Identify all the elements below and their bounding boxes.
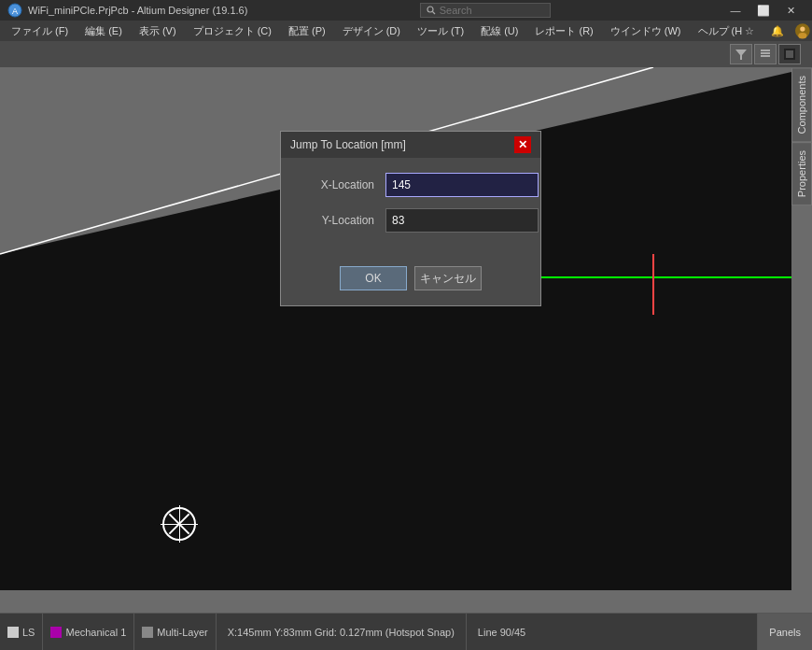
user-avatar bbox=[795, 20, 810, 42]
svg-rect-8 bbox=[761, 49, 770, 51]
side-tab-properties[interactable]: Properties bbox=[791, 142, 812, 205]
crosshair-v bbox=[179, 505, 180, 543]
svg-text:A: A bbox=[12, 7, 18, 16]
layer-multi-dot bbox=[142, 627, 153, 638]
dialog-titlebar: Jump To Location [mm] ✕ bbox=[281, 132, 540, 158]
layer-mech1-label: Mechanical 1 bbox=[65, 627, 126, 638]
layer-mechanical1[interactable]: Mechanical 1 bbox=[43, 614, 134, 650]
x-location-label: X-Location bbox=[300, 178, 374, 191]
titlebar: A WiFi_miniPCle.PrjPcb - Altium Designer… bbox=[0, 0, 812, 21]
menubar: ファイル (F) 編集 (E) 表示 (V) プロジェクト (C) 配置 (P)… bbox=[0, 21, 812, 41]
layer-multi-label: Multi-Layer bbox=[157, 627, 207, 638]
dialog-title: Jump To Location [mm] bbox=[290, 138, 406, 151]
svg-rect-10 bbox=[761, 55, 770, 57]
status-line-info: Line 90/45 bbox=[467, 614, 537, 650]
title-left: A WiFi_miniPCle.PrjPcb - Altium Designer… bbox=[7, 3, 247, 18]
mask-icon bbox=[783, 48, 796, 61]
y-location-label: Y-Location bbox=[300, 214, 374, 227]
menu-place[interactable]: 配置 (P) bbox=[281, 22, 333, 40]
app-title: WiFi_miniPCle.PrjPcb - Altium Designer (… bbox=[28, 5, 247, 16]
close-button[interactable]: ✕ bbox=[778, 0, 805, 21]
filter-button[interactable] bbox=[730, 44, 752, 64]
svg-point-2 bbox=[427, 7, 433, 12]
menu-project[interactable]: プロジェクト (C) bbox=[186, 22, 279, 40]
search-box[interactable] bbox=[420, 3, 551, 18]
menu-view[interactable]: 表示 (V) bbox=[132, 22, 184, 40]
menu-report[interactable]: レポート (R) bbox=[527, 22, 600, 40]
highlight-button[interactable] bbox=[754, 44, 777, 64]
layer-multilayer[interactable]: Multi-Layer bbox=[134, 614, 216, 650]
status-coords: X:145mm Y:83mm Grid: 0.127mm (Hotspot Sn… bbox=[217, 614, 467, 650]
right-panel: Components Properties bbox=[791, 67, 812, 329]
cancel-button[interactable]: キャンセル bbox=[414, 266, 482, 290]
svg-line-3 bbox=[432, 12, 435, 15]
dialog-close-button[interactable]: ✕ bbox=[514, 136, 531, 153]
filter-icon bbox=[735, 48, 748, 61]
layer-mech1-dot bbox=[50, 627, 62, 638]
svg-marker-7 bbox=[735, 49, 747, 60]
ok-button[interactable]: OK bbox=[340, 266, 407, 290]
restore-button[interactable]: ⬜ bbox=[750, 0, 777, 21]
svg-rect-9 bbox=[761, 52, 770, 54]
svg-point-5 bbox=[800, 26, 805, 31]
toolbar bbox=[0, 41, 812, 67]
menu-help[interactable]: ヘルプ (H ☆ bbox=[691, 22, 763, 40]
window-controls: — ⬜ ✕ bbox=[722, 0, 805, 21]
dialog-body: X-Location Y-Location bbox=[281, 158, 540, 259]
panels-button[interactable]: Panels bbox=[757, 614, 812, 650]
menu-edit[interactable]: 編集 (E) bbox=[77, 22, 130, 40]
layer-ls-label: LS bbox=[22, 627, 35, 638]
highlight-icon bbox=[759, 48, 772, 61]
svg-point-6 bbox=[799, 33, 807, 39]
menu-bell[interactable]: 🔔 bbox=[763, 23, 791, 39]
svg-rect-12 bbox=[786, 50, 793, 58]
menu-tools[interactable]: ツール (T) bbox=[410, 22, 471, 40]
status-layers: LS Mechanical 1 Multi-Layer X:145mm Y:83… bbox=[0, 614, 757, 650]
menu-route[interactable]: 配線 (U) bbox=[473, 22, 525, 40]
layer-ls[interactable]: LS bbox=[0, 614, 43, 650]
menu-window[interactable]: ウインドウ (W) bbox=[603, 22, 689, 40]
y-location-row: Y-Location bbox=[300, 208, 522, 233]
app-icon: A bbox=[7, 3, 22, 18]
layer-ls-dot bbox=[7, 627, 19, 638]
y-location-input[interactable] bbox=[385, 208, 539, 233]
dialog-buttons: OK キャンセル bbox=[281, 259, 540, 305]
toolbar-group bbox=[730, 44, 801, 64]
minimize-button[interactable]: — bbox=[722, 0, 749, 21]
x-location-row: X-Location bbox=[300, 173, 522, 197]
crosshair-cursor bbox=[161, 505, 198, 543]
mask-button[interactable] bbox=[778, 44, 801, 64]
statusbar: LS Mechanical 1 Multi-Layer X:145mm Y:83… bbox=[0, 613, 812, 650]
search-icon bbox=[427, 6, 436, 15]
menu-file[interactable]: ファイル (F) bbox=[4, 22, 76, 40]
search-input[interactable] bbox=[440, 5, 533, 16]
side-tab-components[interactable]: Components bbox=[791, 67, 812, 142]
menu-design[interactable]: デザイン (D) bbox=[335, 22, 408, 40]
x-location-input[interactable] bbox=[385, 173, 539, 197]
jump-to-location-dialog: Jump To Location [mm] ✕ X-Location Y-Loc… bbox=[280, 131, 541, 306]
